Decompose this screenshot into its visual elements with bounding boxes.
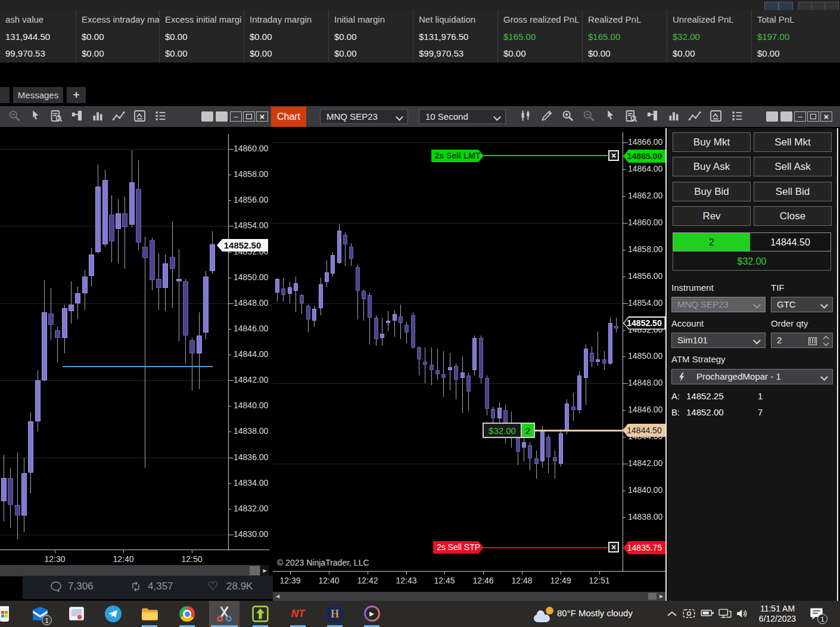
network-icon[interactable] xyxy=(718,609,732,619)
left-chart-plot[interactable] xyxy=(0,134,228,550)
snipping-tool-icon[interactable] xyxy=(209,601,239,627)
pencil-icon[interactable] xyxy=(540,110,554,124)
left-chart-scrollbar[interactable]: ▶ xyxy=(0,565,269,576)
scroll-right-icon[interactable]: ▶ xyxy=(658,594,665,599)
scroll-left-icon[interactable]: ◀ xyxy=(274,594,281,599)
sell-limit-order-tag[interactable]: 2s Sell LMT xyxy=(431,150,484,162)
time-label: 12:43 xyxy=(396,576,416,585)
chevron-up-icon[interactable] xyxy=(666,610,678,617)
screen-record-icon[interactable] xyxy=(683,609,695,619)
rev-button[interactable]: Rev xyxy=(673,206,751,226)
interval-select[interactable]: 10 Second xyxy=(419,109,506,124)
position-line[interactable] xyxy=(535,430,623,432)
instrument-select[interactable]: MNQ SEP23 xyxy=(320,109,408,124)
hero-app-icon[interactable]: H xyxy=(320,601,350,627)
quantity-stepper[interactable] xyxy=(823,336,829,346)
cancel-limit-order-button[interactable]: × xyxy=(608,150,619,161)
workspace-button[interactable] xyxy=(216,111,228,122)
weather-icon[interactable] xyxy=(534,607,555,622)
retweet-icon[interactable] xyxy=(130,581,142,592)
list-icon[interactable] xyxy=(730,110,744,124)
cursor-icon[interactable] xyxy=(603,110,617,124)
document-search-icon[interactable] xyxy=(624,110,639,124)
sell-limit-order-line[interactable] xyxy=(484,155,608,156)
scrollbar-handle[interactable] xyxy=(250,566,260,575)
indicator-icon[interactable] xyxy=(132,110,147,124)
lightning-icon xyxy=(678,373,685,381)
workspace-button[interactable] xyxy=(780,111,792,122)
main-chart-plot[interactable]: 2s Sell LMT × 2s Sell STP × xyxy=(273,132,623,571)
volume-icon[interactable] xyxy=(736,609,749,619)
candles-icon[interactable] xyxy=(518,110,533,124)
maximize-icon[interactable] xyxy=(243,111,255,122)
minimize-icon[interactable]: – xyxy=(230,111,242,122)
cursor-icon[interactable] xyxy=(28,110,42,124)
sell-mkt-button[interactable]: Sell Mkt xyxy=(754,132,832,152)
top-toolbar-button[interactable] xyxy=(779,2,793,11)
tif-dropdown[interactable]: GTC xyxy=(771,297,833,312)
chrome-icon[interactable] xyxy=(172,601,202,627)
main-chart-scrollbar[interactable]: ◀ ▶ xyxy=(273,592,666,601)
list-icon[interactable] xyxy=(153,110,167,124)
maximize-icon[interactable] xyxy=(807,111,819,122)
sharex-icon[interactable] xyxy=(245,601,275,627)
bar-chart-icon[interactable] xyxy=(91,110,105,124)
line-chart-icon[interactable] xyxy=(111,110,126,124)
workspace-button[interactable] xyxy=(766,111,778,122)
buy-mkt-button[interactable]: Buy Mkt xyxy=(673,132,751,152)
close-icon[interactable]: × xyxy=(820,111,832,122)
minimize-icon[interactable]: – xyxy=(794,111,806,122)
zoom-out-icon[interactable] xyxy=(582,110,596,124)
telegram-icon[interactable] xyxy=(98,601,128,627)
sell-stop-order-line[interactable] xyxy=(484,547,608,548)
screen-sketch-icon[interactable] xyxy=(61,601,91,627)
sell-ask-button[interactable]: Sell Ask xyxy=(754,157,832,176)
ninjatrader-icon[interactable]: NT xyxy=(283,601,313,627)
atm-strategy-dropdown[interactable]: ProchargedMopar - 1 xyxy=(671,369,833,384)
tab-stub[interactable] xyxy=(0,87,10,103)
buy-ask-button[interactable]: Buy Ask xyxy=(673,157,751,176)
store-icon[interactable] xyxy=(0,606,9,622)
close-button[interactable]: Close xyxy=(754,206,832,226)
like-icon[interactable]: ♡ xyxy=(207,579,218,593)
instrument-dropdown[interactable]: MNQ SEP23 xyxy=(671,297,766,312)
workspace-button[interactable] xyxy=(201,111,213,122)
sell-bid-button[interactable]: Sell Bid xyxy=(754,182,832,201)
chevron-down-icon xyxy=(820,301,828,309)
tab-messages[interactable]: Messages xyxy=(13,87,63,103)
zoom-out-icon[interactable] xyxy=(7,110,21,124)
media-player-icon[interactable]: ▶ xyxy=(357,601,387,627)
candle-wick xyxy=(450,353,450,390)
calculator-icon[interactable] xyxy=(808,337,817,345)
battery-icon[interactable] xyxy=(701,609,714,617)
line-chart-icon[interactable] xyxy=(687,110,702,124)
bar-chart-icon[interactable] xyxy=(667,110,681,124)
chart-trader-icon[interactable] xyxy=(645,110,659,124)
scrollbar-handle[interactable] xyxy=(648,593,657,600)
close-icon[interactable]: × xyxy=(256,111,268,122)
main-price-axis[interactable]: 14865.00 14844.50 14835.75 14866.0014864… xyxy=(623,132,666,571)
tab-chart[interactable]: Chart xyxy=(271,107,306,127)
indicator-icon[interactable] xyxy=(709,110,723,124)
sell-stop-order-tag[interactable]: 2s Sell STP xyxy=(433,541,484,554)
support-line[interactable] xyxy=(63,366,213,367)
left-price-axis[interactable]: 14860.0014858.0014856.0014854.0014852.00… xyxy=(228,134,268,550)
cancel-stop-order-button[interactable]: × xyxy=(608,542,619,552)
top-toolbar-button[interactable] xyxy=(764,2,779,11)
account-dropdown[interactable]: Sim101 xyxy=(671,333,766,348)
add-tab-button[interactable]: + xyxy=(67,87,86,103)
weather-text[interactable]: 80°F Mostly cloudy xyxy=(557,608,633,618)
taskbar-clock[interactable]: 11:51 AM 6/12/2023 xyxy=(752,604,803,624)
file-explorer-icon[interactable] xyxy=(135,601,164,627)
scroll-right-icon[interactable]: ▶ xyxy=(260,568,269,573)
order-qty-input[interactable]: 2 xyxy=(771,333,833,348)
candle xyxy=(454,366,458,380)
top-close-button[interactable] xyxy=(825,2,839,11)
chart-trader-icon[interactable] xyxy=(70,110,84,124)
zoom-in-icon[interactable] xyxy=(561,110,575,124)
top-minimize-button[interactable] xyxy=(798,2,813,11)
buy-bid-button[interactable]: Buy Bid xyxy=(673,182,751,201)
top-maximize-button[interactable] xyxy=(811,2,826,11)
document-search-icon[interactable] xyxy=(49,110,63,124)
reply-icon[interactable] xyxy=(50,581,62,592)
